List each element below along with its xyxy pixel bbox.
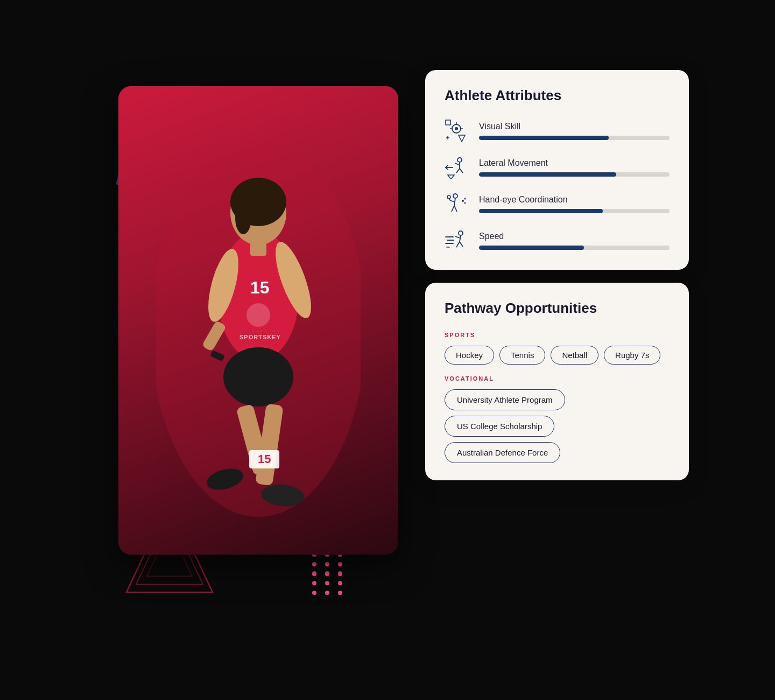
svg-rect-13 (250, 240, 266, 256)
dots-pink2-decoration (312, 571, 346, 595)
svg-text:SPORTSKEY: SPORTSKEY (239, 334, 281, 340)
svg-line-54 (460, 242, 463, 247)
svg-line-36 (456, 169, 460, 173)
svg-marker-32 (459, 135, 465, 142)
attributes-title: Athlete Attributes (445, 87, 670, 104)
athlete-photo: 15 (118, 86, 398, 555)
sports-tags-row: Hockey Tennis Netball Rugby 7s (445, 346, 670, 365)
speed-label: Speed (479, 232, 670, 241)
svg-point-49 (464, 202, 466, 204)
tag-netball: Netball (551, 346, 598, 365)
tag-university-athlete: University Athlete Program (445, 389, 565, 410)
attributes-card: Athlete Attributes (425, 70, 689, 270)
tag-tennis: Tennis (499, 346, 545, 365)
handeye-icon (445, 192, 468, 216)
speed-bar-fill (479, 246, 584, 250)
visual-skill-bar-fill (479, 136, 609, 140)
svg-point-12 (235, 202, 251, 234)
tag-us-college: US College Scholarship (445, 416, 554, 437)
speed-bar-bg (479, 246, 670, 250)
attribute-visual-skill: Visual Skill (445, 119, 670, 143)
svg-point-40 (453, 194, 457, 198)
visual-skill-label: Visual Skill (479, 122, 670, 131)
lateral-movement-icon (445, 156, 468, 179)
attribute-lateral-movement: Lateral Movement (445, 156, 670, 179)
jersey-number: 15 (258, 452, 271, 466)
svg-line-37 (460, 169, 463, 173)
svg-line-51 (460, 235, 461, 242)
handeye-info: Hand-eye Coordination (479, 195, 670, 213)
pathway-card: Pathway Opportunities SPORTS Hockey Tenn… (425, 283, 689, 480)
svg-line-42 (450, 200, 454, 202)
lateral-movement-info: Lateral Movement (479, 158, 670, 177)
svg-line-52 (455, 236, 460, 238)
svg-line-41 (454, 198, 455, 206)
svg-point-16 (223, 347, 293, 407)
svg-rect-24 (446, 120, 450, 125)
tag-rugby7s: Rugby 7s (604, 346, 660, 365)
vocational-section-label: VOCATIONAL (445, 375, 670, 382)
athlete-photo-card: 15 (118, 86, 398, 555)
handeye-bar-fill (479, 209, 603, 213)
vocational-tags-container: University Athlete Program US College Sc… (445, 389, 670, 463)
tag-defence-force: Australian Defence Force (445, 442, 560, 463)
svg-marker-39 (448, 175, 454, 179)
eye-icon (445, 119, 468, 143)
svg-point-33 (457, 158, 462, 162)
attribute-speed: Speed (445, 229, 670, 253)
lateral-movement-bar-fill (479, 172, 616, 177)
speed-icon (445, 229, 468, 253)
svg-line-53 (456, 242, 460, 247)
svg-text:15: 15 (250, 278, 270, 297)
right-cards-container: Athlete Attributes (425, 70, 689, 480)
speed-info: Speed (479, 232, 670, 250)
svg-point-47 (462, 200, 464, 202)
svg-line-35 (455, 163, 460, 165)
lateral-movement-label: Lateral Movement (479, 158, 670, 168)
tag-hockey: Hockey (445, 346, 494, 365)
handeye-label: Hand-eye Coordination (479, 195, 670, 205)
sports-section-label: SPORTS (445, 332, 670, 338)
visual-skill-bar-bg (479, 136, 670, 140)
svg-line-45 (452, 206, 454, 212)
attribute-handeye: Hand-eye Coordination (445, 192, 670, 216)
handeye-bar-bg (479, 209, 670, 213)
pathway-title: Pathway Opportunities (445, 300, 670, 317)
svg-line-46 (454, 206, 457, 212)
lateral-movement-bar-bg (479, 172, 670, 177)
svg-point-26 (455, 127, 458, 130)
svg-point-50 (459, 231, 463, 235)
visual-skill-info: Visual Skill (479, 122, 670, 140)
svg-point-48 (464, 198, 466, 200)
svg-point-15 (246, 303, 270, 327)
